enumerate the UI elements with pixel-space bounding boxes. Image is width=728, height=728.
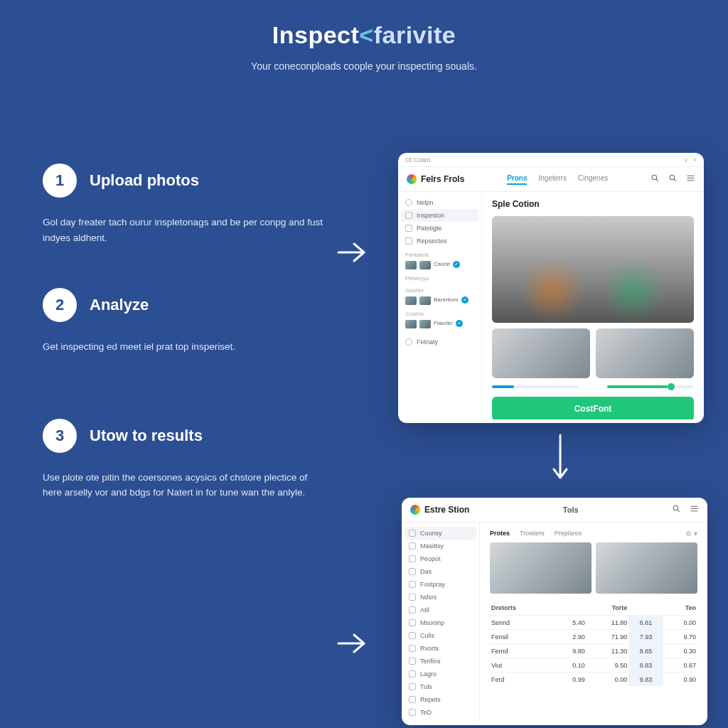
result-thumb[interactable] bbox=[596, 542, 697, 594]
sidebar-item[interactable]: Peopot bbox=[402, 552, 479, 565]
section-heading: Sple Cotion bbox=[492, 199, 694, 209]
logo-icon bbox=[410, 505, 420, 515]
square-icon bbox=[409, 619, 416, 626]
app-window-upload: Ol Coten v × Felrs Frols Prons Ingeterrs… bbox=[398, 153, 704, 423]
window-controls[interactable]: v × bbox=[685, 156, 697, 164]
search-icon[interactable] bbox=[672, 503, 681, 516]
table-row[interactable]: Ferd0.990.009.830.90 bbox=[490, 673, 697, 687]
app-brand: Estre Stion bbox=[410, 505, 469, 515]
menu-icon[interactable] bbox=[686, 173, 695, 186]
sidebar-item[interactable]: Inspeston bbox=[401, 209, 478, 222]
sidebar-item[interactable]: Repsectes bbox=[398, 235, 481, 247]
slider[interactable] bbox=[607, 385, 694, 388]
thumb-row[interactable]: Cashit✓ bbox=[398, 259, 481, 271]
search-icon[interactable] bbox=[651, 173, 660, 186]
gear-icon[interactable]: ⚙ ▾ bbox=[685, 530, 697, 537]
steps-column: 1 Upload photos Gol day freater tach our… bbox=[43, 164, 355, 543]
col-header: Torte bbox=[587, 601, 629, 616]
preview-image[interactable] bbox=[492, 216, 694, 323]
app-brand: Felrs Frols bbox=[407, 174, 464, 184]
tab[interactable]: Preplares bbox=[555, 530, 582, 537]
sidebar-item[interactable]: Das bbox=[402, 565, 479, 578]
primary-button[interactable]: CostFont bbox=[492, 397, 694, 419]
sidebar-item[interactable]: Fetnaty bbox=[398, 336, 481, 348]
square-icon bbox=[409, 542, 416, 550]
tab[interactable]: Protes bbox=[490, 530, 510, 537]
sidebar-item[interactable]: TeD bbox=[402, 706, 479, 719]
tab-ingeterrs[interactable]: Ingeterrs bbox=[538, 174, 566, 185]
square-icon bbox=[409, 606, 416, 614]
sub-tabs[interactable]: Protes Trostiers Preplares bbox=[490, 530, 685, 537]
heart-icon bbox=[405, 212, 412, 219]
table-row[interactable]: Viut0.109.508.830.67 bbox=[490, 658, 697, 673]
square-icon bbox=[409, 696, 416, 703]
sidebar-item[interactable]: Msoninp bbox=[402, 616, 479, 629]
separator-icon: < bbox=[359, 21, 373, 48]
main-panel: Sple Cotion CostFont bbox=[482, 192, 704, 419]
sidebar-item[interactable]: Tuls bbox=[402, 680, 479, 693]
sidebar-item[interactable]: Repets bbox=[402, 693, 479, 706]
app-header: Felrs Frols Prons Ingeterrs Cingenes bbox=[398, 167, 704, 192]
check-icon: ✓ bbox=[456, 320, 463, 327]
square-icon bbox=[409, 568, 416, 575]
doc-icon bbox=[405, 237, 412, 245]
sidebar-item[interactable]: Counsy bbox=[405, 527, 476, 540]
header-title: Tols bbox=[563, 505, 579, 514]
step-title: Utow to results bbox=[90, 427, 203, 445]
header-tabs[interactable]: Prons Ingeterrs Cingenes bbox=[507, 174, 608, 185]
menu-icon[interactable] bbox=[690, 503, 699, 516]
step-3: 3 Utow to results Use plote ote pitin th… bbox=[43, 419, 355, 500]
col-header bbox=[628, 601, 663, 616]
table-row[interactable]: Sennd5.4011.806.610.00 bbox=[490, 616, 697, 630]
arrow-down-icon bbox=[551, 434, 569, 486]
check-icon: ✓ bbox=[461, 296, 469, 304]
step-badge: 2 bbox=[43, 288, 77, 322]
thumb-row[interactable]: Fiavder✓ bbox=[398, 318, 481, 330]
sidebar-item[interactable]: Tenfins bbox=[402, 655, 479, 668]
svg-point-0 bbox=[652, 175, 657, 180]
square-icon bbox=[409, 709, 416, 716]
window-titlebar: Ol Coten v × bbox=[398, 153, 704, 167]
sidebar-group: Fentatels bbox=[398, 247, 481, 259]
arrow-right-icon bbox=[334, 626, 370, 664]
square-icon bbox=[409, 594, 416, 601]
square-icon bbox=[409, 581, 416, 588]
tab-cingenes[interactable]: Cingenes bbox=[578, 174, 608, 185]
sidebar-item[interactable]: Culis bbox=[402, 629, 479, 642]
step-desc: Use plote ote pitin the coersones acysic… bbox=[43, 470, 327, 500]
step-title: Upload photos bbox=[90, 171, 199, 190]
col-header: Dretorts bbox=[490, 601, 552, 616]
app-window-results: Estre Stion Tols CounsyMasittsyPeopotDas… bbox=[402, 498, 707, 725]
step-title: Analyze bbox=[90, 296, 149, 314]
tab[interactable]: Trostiers bbox=[520, 530, 545, 537]
sidebar-item[interactable]: Patetigte bbox=[398, 222, 481, 235]
result-thumb[interactable] bbox=[490, 542, 592, 594]
sidebar-item[interactable]: Atil bbox=[402, 604, 479, 616]
table-row[interactable]: Fensil2.9071.907.939.70 bbox=[490, 630, 697, 644]
table-row[interactable]: Fernd9.8011.308.650.30 bbox=[490, 644, 697, 658]
square-icon bbox=[409, 683, 416, 690]
col-header bbox=[552, 601, 587, 616]
sidebar-item[interactable]: Ndsni bbox=[402, 591, 479, 604]
slider[interactable] bbox=[492, 385, 579, 388]
circle-icon bbox=[405, 199, 412, 206]
sidebar-item[interactable]: Fostpray bbox=[402, 578, 479, 591]
preview-thumb[interactable] bbox=[596, 328, 694, 378]
sidebar-item[interactable]: Nelpn bbox=[398, 196, 481, 209]
col-header: Teo bbox=[663, 601, 697, 616]
step-badge: 3 bbox=[43, 419, 77, 453]
sidebar-item[interactable]: Lagro bbox=[402, 668, 479, 680]
svg-point-2 bbox=[673, 505, 678, 510]
sidebar: Nelpn Inspeston Patetigte Repsectes Fent… bbox=[398, 192, 482, 419]
sidebar-item[interactable]: Rvorts bbox=[402, 642, 479, 655]
search-icon[interactable] bbox=[668, 173, 678, 186]
results-table: DretortsTorteTeo Sennd5.4011.806.610.00F… bbox=[490, 601, 697, 686]
tab-prons[interactable]: Prons bbox=[507, 174, 527, 185]
arrow-right-icon bbox=[334, 235, 370, 273]
step-desc: Gol day freater tach ourur inspletonags … bbox=[43, 215, 327, 245]
preview-thumb[interactable] bbox=[492, 328, 590, 378]
hero: Inspect<farivite Your coneconploads coop… bbox=[0, 0, 728, 86]
sidebar-group: Gashld bbox=[398, 283, 481, 295]
thumb-row[interactable]: Barentom✓ bbox=[398, 295, 481, 306]
sidebar-item[interactable]: Masittsy bbox=[402, 540, 479, 552]
